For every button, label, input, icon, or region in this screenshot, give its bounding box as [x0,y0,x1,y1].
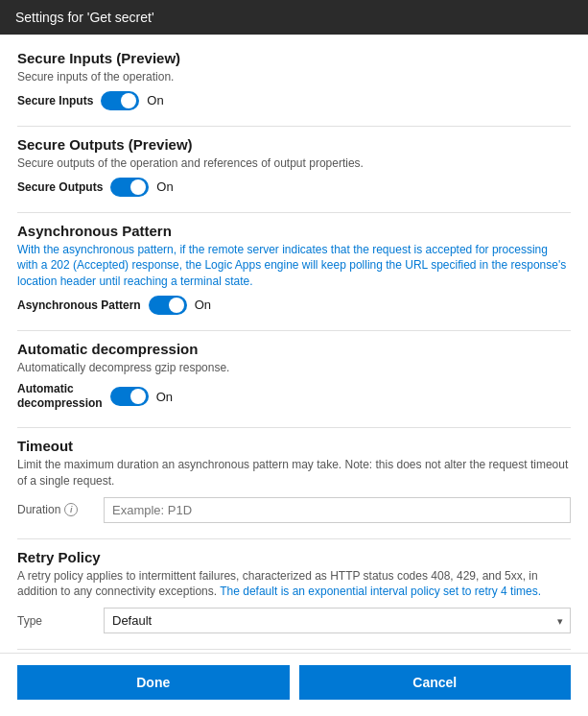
secure-outputs-label: Secure Outputs [17,180,103,194]
auto-decomp-label: Automatic decompression [17,382,103,412]
retry-type-select[interactable]: Default None Fixed interval Exponential … [104,608,571,633]
done-button[interactable]: Done [17,665,290,700]
secure-outputs-title: Secure Outputs (Preview) [17,136,571,153]
secure-inputs-section: Secure Inputs (Preview) Secure inputs of… [17,50,571,110]
async-pattern-desc: With the asynchronous pattern, if the re… [17,242,571,290]
auto-decomp-title: Automatic decompression [17,341,571,357]
retry-type-row: Type Default None Fixed interval Exponen… [17,608,571,633]
retry-type-select-wrapper: Default None Fixed interval Exponential … [104,608,571,633]
secure-inputs-label: Secure Inputs [17,94,93,107]
divider-4 [17,427,571,428]
footer: Done Cancel [0,653,588,710]
secure-outputs-toggle-state: On [156,179,173,194]
secure-outputs-toggle[interactable] [110,178,149,197]
secure-inputs-toggle-state: On [147,93,163,107]
retry-desc-part2: The default is an exponential interval p… [220,585,541,598]
async-desc-part1: With the asynchronous pattern, if the re… [17,243,548,273]
settings-content: Secure Inputs (Preview) Secure inputs of… [0,35,588,653]
retry-policy-desc: A retry policy applies to intermittent f… [17,568,571,601]
secure-outputs-section: Secure Outputs (Preview) Secure outputs … [17,136,571,197]
secure-inputs-desc: Secure inputs of the operation. [17,69,571,85]
auto-decomp-desc: Automatically decompress gzip response. [17,360,571,376]
duration-info-icon[interactable]: i [64,503,78,516]
secure-outputs-desc: Secure outputs of the operation and refe… [17,155,571,172]
async-pattern-toggle[interactable] [149,296,187,315]
secure-inputs-toggle-row: Secure Inputs On [17,91,571,110]
timeout-desc: Limit the maximum duration an asynchrono… [17,457,571,489]
divider-1 [17,126,571,127]
timeout-title: Timeout [17,438,571,454]
retry-policy-section: Retry Policy A retry policy applies to i… [17,549,571,634]
auto-decomp-toggle[interactable] [110,387,149,406]
secure-inputs-title: Secure Inputs (Preview) [17,50,571,66]
retry-type-label: Type [17,614,94,628]
async-pattern-toggle-row: Asynchronous Pattern On [17,296,571,315]
duration-row: Duration i [17,497,571,523]
auto-decomp-label-2: decompression [17,396,103,410]
title-bar: Settings for 'Get secret' [0,0,588,35]
async-pattern-label: Asynchronous Pattern [17,298,141,312]
divider-6 [17,649,571,650]
cancel-button[interactable]: Cancel [299,665,572,700]
divider-3 [17,330,571,331]
async-pattern-section: Asynchronous Pattern With the asynchrono… [17,223,571,315]
retry-policy-title: Retry Policy [17,549,571,565]
auto-decomp-toggle-state: On [156,390,173,404]
async-pattern-toggle-state: On [195,298,211,312]
secure-inputs-toggle[interactable] [101,91,139,110]
divider-5 [17,538,571,539]
divider-2 [17,212,571,213]
duration-label: Duration i [17,503,94,516]
timeout-section: Timeout Limit the maximum duration an as… [17,438,571,523]
async-pattern-title: Asynchronous Pattern [17,223,571,239]
auto-decomp-label-1: Automatic [17,382,74,395]
auto-decomp-section: Automatic decompression Automatically de… [17,341,571,412]
auto-decomp-toggle-row: Automatic decompression On [17,382,571,412]
duration-input[interactable] [104,497,571,523]
title-text: Settings for 'Get secret' [15,10,154,25]
secure-outputs-toggle-row: Secure Outputs On [17,178,571,197]
